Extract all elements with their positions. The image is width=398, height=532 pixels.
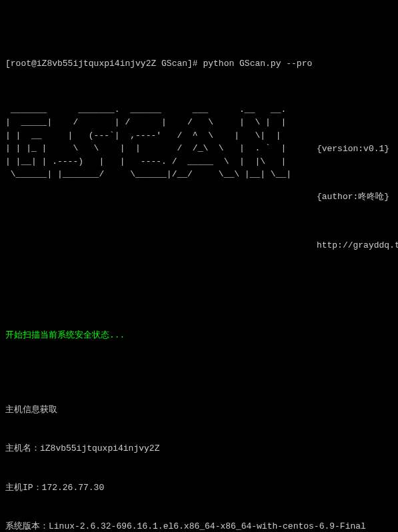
ascii-logo: _______ _______. ______ ___ .__ __. | __…	[5, 103, 297, 288]
host-info-block: 主机信息获取 主机名：iZ8vb55ijtquxpi4injvy2Z 主机IP：…	[5, 378, 393, 533]
os-value: Linux-2.6.32-696.16.1.el6.x86_64-x86_64-…	[49, 521, 366, 531]
meta-info: {version:v0.1} {author:咚咚呛} http://grayd…	[317, 103, 398, 288]
command-prompt: [root@iZ8vb55ijtquxpi4injvy2Z GScan]# py…	[5, 57, 393, 71]
author-text: {author:咚咚呛}	[317, 190, 398, 204]
ip-value: 172.26.77.30	[42, 483, 105, 493]
host-info-header: 主机信息获取	[5, 403, 393, 417]
url-text: http://grayddq.top	[317, 239, 398, 252]
hostname-line: 主机名：iZ8vb55ijtquxpi4injvy2Z	[5, 442, 393, 455]
ip-label: 主机IP：	[5, 483, 42, 493]
banner: _______ _______. ______ ___ .__ __. | __…	[5, 103, 393, 288]
version-text: {version:v0.1}	[317, 142, 398, 156]
os-line: 系统版本：Linux-2.6.32-696.16.1.el6.x86_64-x8…	[5, 520, 393, 532]
hostname-label: 主机名：	[5, 443, 40, 453]
hostname-value: iZ8vb55ijtquxpi4injvy2Z	[40, 443, 159, 453]
scan-start-heading: 开始扫描当前系统安全状态...	[5, 329, 393, 342]
ip-line: 主机IP：172.26.77.30	[5, 481, 393, 495]
os-label: 系统版本：	[5, 521, 49, 531]
